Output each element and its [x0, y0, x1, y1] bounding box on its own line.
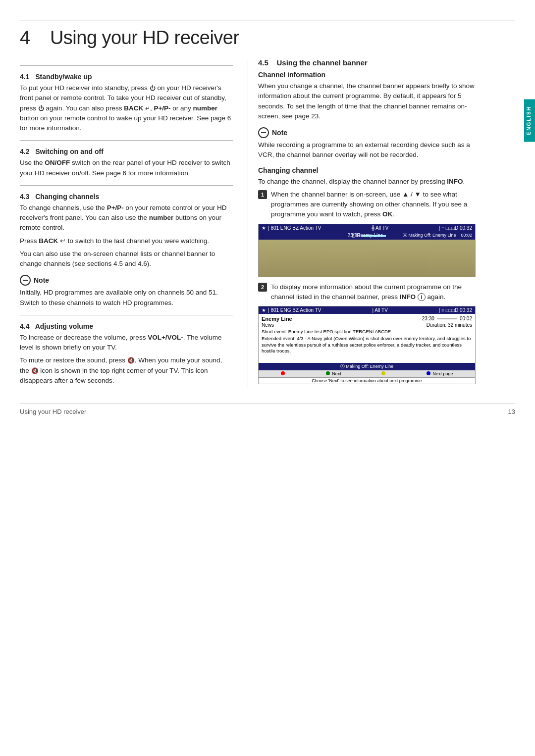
btn-red [281, 371, 286, 376]
subheading-channel-info: Channel information [258, 71, 476, 79]
step-1-badge: 1 [258, 190, 267, 199]
channel-banner-1: ★ | 801 ENG BZ Action TV ╋ All TV | ≡ □□… [258, 224, 476, 277]
btn-green: Next [326, 371, 341, 376]
banner-1-body [259, 240, 475, 277]
chapter-title: Using your HD receiver [50, 27, 239, 48]
banner-1-making: Ⓐ Making Off: Enemy Line 00:02 [403, 232, 472, 239]
two-col-layout: 4.1 Standby/wake up To put your HD recei… [20, 58, 515, 389]
text-4-3-b: Press BACK ↵ to switch to the last chann… [20, 236, 233, 246]
banner-2-spacer [262, 355, 472, 361]
right-column: 4.5 Using the channel banner Channel inf… [248, 58, 476, 389]
text-changing-channel: To change the channel, display the chann… [258, 177, 476, 187]
note-heading-1: Note [20, 275, 233, 286]
note-heading-2: Note [258, 127, 476, 138]
banner-2-name-row: Enemy Line 23:30 00:02 [262, 316, 472, 322]
banner-1-mid-label: ╋ All TV [372, 225, 389, 231]
banner-2-body: Enemy Line 23:30 00:02 News Duration: 32… [259, 314, 475, 363]
top-divider [20, 20, 515, 20]
banner-1-right: | ≡ □□□D 00:32 [439, 225, 472, 231]
step-1-text: When the channel banner is on-screen, us… [271, 190, 476, 220]
step-1-item: 1 When the channel banner is on-screen, … [258, 190, 476, 220]
text-4-4-b: To mute or restore the sound, press 🔇. W… [20, 355, 233, 386]
banner-2-buttons: Next Next page [259, 370, 475, 377]
section-heading-4-1: 4.1 Standby/wake up [20, 73, 233, 81]
section-heading-4-4: 4.4 Adjusting volume [20, 322, 233, 330]
banner-1-time-row: Ⓐ Enemy Line 23:30 Ⓐ Making Off: Enemy L… [259, 232, 475, 240]
banner-2-top-bar: ★ | 801 ENG BZ Action TV | All TV | ≡ □□… [259, 306, 475, 314]
text-4-3-c: You can also use the on-screen channel l… [20, 249, 233, 269]
note-text-2: While recording a programme to an extern… [258, 140, 476, 160]
banner-1-icons: | ≡ □□□D 00:32 [439, 225, 472, 231]
page-container: ENGLISH 4 Using your HD receiver 4.1 Sta… [0, 0, 535, 756]
footer-right: 13 [508, 408, 515, 415]
chapter-number: 4 [20, 27, 30, 48]
banner-1-channel: | 801 ENG BZ Action TV [268, 225, 321, 231]
banner-2-duration: Duration: 32 minutes [427, 322, 472, 328]
banner-2-news-row: News Duration: 32 minutes [262, 322, 472, 328]
footer-left: Using your HD receiver [20, 408, 86, 415]
banner-2-time: 23:30 00:02 [422, 316, 472, 322]
note-icon-1 [20, 275, 31, 286]
text-4-4-a: To increase or decrease the volume, pres… [20, 333, 233, 353]
text-4-2: Use the ON/OFF switch on the rear panel … [20, 158, 233, 178]
banner-2-left: ★ | 801 ENG BZ Action TV [262, 307, 321, 313]
page-footer: Using your HD receiver 13 [20, 403, 515, 415]
banner-2-mid-label: | All TV [373, 307, 388, 313]
text-4-3-a: To change channels, use the P+/P- on you… [20, 203, 233, 233]
steps-list: 1 When the channel banner is on-screen, … [258, 190, 476, 220]
text-channel-info: When you change a channel, the channel b… [258, 81, 476, 121]
note-box-2: Note While recording a programme to an e… [258, 127, 476, 160]
left-column: 4.1 Standby/wake up To put your HD recei… [20, 58, 248, 389]
step-2-list: 2 To display more information about the … [258, 282, 476, 302]
banner-1-top-bar: ★ | 801 ENG BZ Action TV ╋ All TV | ≡ □□… [259, 224, 475, 232]
divider-4-2 [20, 140, 233, 141]
banner-2-extended-event: Extended event: 4/3 - A Navy pilot (Owen… [262, 336, 472, 354]
section-heading-4-3: 4.3 Changing channels [20, 193, 233, 201]
divider-4-3 [20, 185, 233, 186]
step-2-badge: 2 [258, 283, 267, 292]
channel-banner-2: ★ | 801 ENG BZ Action TV | All TV | ≡ □□… [258, 306, 476, 384]
section-heading-4-2: 4.2 Switching on and off [20, 148, 233, 155]
banner-2-choose-text: Choose 'Next' to see information about n… [259, 377, 475, 384]
text-4-1: To put your HD receiver into standby, pr… [20, 83, 233, 133]
banner-2-news: News [262, 322, 274, 328]
chapter-heading: 4 Using your HD receiver [20, 27, 515, 49]
banner-2-signal-icon: ★ [262, 307, 266, 313]
banner-2-right: | ≡ □□□D 00:32 [439, 307, 472, 313]
banner-2-making: Ⓐ Making Off: Enemy Line [259, 363, 475, 370]
signal-icon: ★ [262, 225, 266, 231]
info-circle-icon: i [418, 293, 426, 301]
btn-yellow [381, 371, 386, 376]
divider-4-4 [20, 315, 233, 315]
note-icon-2 [258, 127, 269, 138]
banner-2-mid: | All TV [373, 307, 388, 313]
banner-1-mid: ╋ All TV [372, 225, 389, 231]
side-tab: ENGLISH [524, 99, 535, 142]
note-text-1: Initially, HD programmes are available o… [20, 288, 233, 308]
banner-1-left: ★ | 801 ENG BZ Action TV [262, 225, 321, 231]
step-2-item: 2 To display more information about the … [258, 282, 476, 302]
step-2-text: To display more information about the cu… [271, 282, 476, 302]
note-box-1: Note Initially, HD programmes are availa… [20, 275, 233, 308]
banner-1-time: 23:30 [348, 233, 386, 238]
banner-2-program-name: Enemy Line [262, 316, 292, 322]
banner-2-short-event: Short event: Enemy Line test EPO split l… [262, 329, 472, 335]
divider-4-1 [20, 65, 233, 66]
banner-2-icons: | ≡ □□□D 00:32 [439, 307, 472, 313]
section-heading-4-5: 4.5 Using the channel banner [258, 58, 476, 67]
banner-2-channel: | 801 ENG BZ Action TV [268, 307, 321, 313]
btn-blue: Next page [427, 371, 453, 376]
subheading-changing-channel: Changing channel [258, 166, 476, 174]
